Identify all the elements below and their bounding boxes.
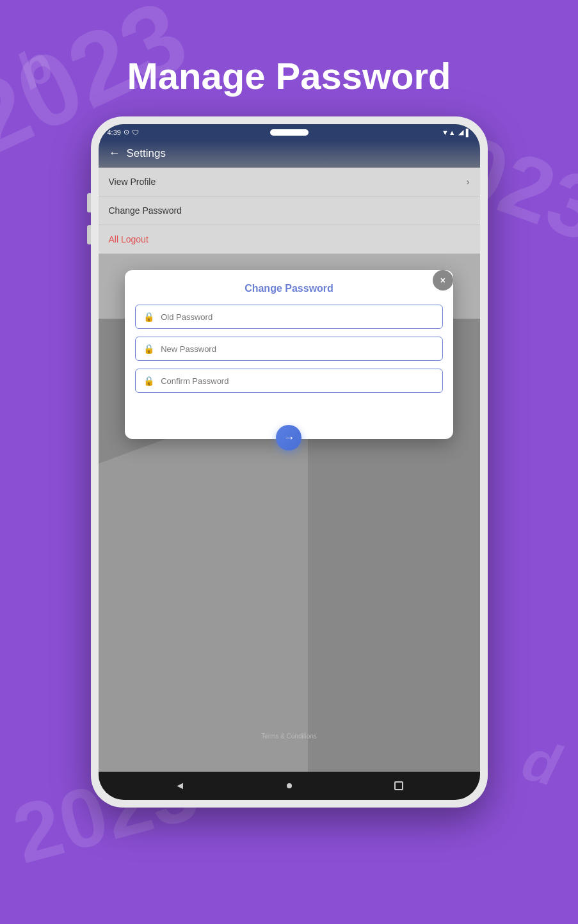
status-bar-right: ▼▲ ◢ ▌: [442, 128, 471, 136]
bottom-nav: ◄: [99, 772, 480, 800]
old-password-group: 🔒: [135, 305, 443, 329]
nav-recent-button[interactable]: [394, 781, 403, 790]
side-button-top: [87, 193, 91, 212]
status-time: 4:39: [108, 129, 121, 136]
status-bar-left: 4:39 ⊙ 🛡: [108, 128, 139, 136]
lock-icon-new: 🔒: [143, 344, 154, 354]
modal-title: Change Password: [135, 283, 443, 294]
status-icon-circle: ⊙: [124, 128, 129, 136]
signal-icon: ◢: [458, 128, 463, 136]
old-password-input[interactable]: [161, 312, 435, 322]
wifi-icon: ▼▲: [442, 129, 456, 136]
confirm-password-input[interactable]: [161, 376, 435, 386]
battery-icon: ▌: [466, 129, 471, 136]
settings-content: View Profile › Change Password All Logou…: [99, 168, 480, 772]
tablet-screen: 4:39 ⊙ 🛡 ▼▲ ◢ ▌ ← Settings View Profi: [99, 124, 480, 800]
change-password-modal: Change Password 🔒 🔒: [125, 270, 453, 439]
new-password-group: 🔒: [135, 337, 443, 361]
modal-wrapper: × Change Password 🔒 🔒: [125, 270, 453, 439]
status-bar-center: [270, 129, 309, 136]
nav-home-button[interactable]: [287, 783, 292, 788]
nav-back-button[interactable]: ◄: [175, 780, 185, 792]
tablet-device: 4:39 ⊙ 🛡 ▼▲ ◢ ▌ ← Settings View Profi: [91, 116, 488, 808]
page-title: Manage Password: [0, 54, 578, 97]
app-header: ← Settings: [99, 140, 480, 168]
status-bar: 4:39 ⊙ 🛡 ▼▲ ◢ ▌: [99, 124, 480, 140]
confirm-password-group: 🔒: [135, 369, 443, 393]
back-button[interactable]: ←: [109, 147, 120, 160]
close-button[interactable]: ×: [433, 270, 453, 291]
submit-button[interactable]: →: [276, 425, 301, 450]
notch-pill: [270, 129, 309, 136]
new-password-input[interactable]: [161, 344, 435, 354]
lock-icon-confirm: 🔒: [143, 376, 154, 386]
header-title: Settings: [127, 147, 166, 160]
side-button-mid: [87, 225, 91, 244]
lock-icon-old: 🔒: [143, 312, 154, 322]
status-icon-shield: 🛡: [132, 129, 139, 136]
modal-overlay: × Change Password 🔒 🔒: [99, 168, 480, 772]
